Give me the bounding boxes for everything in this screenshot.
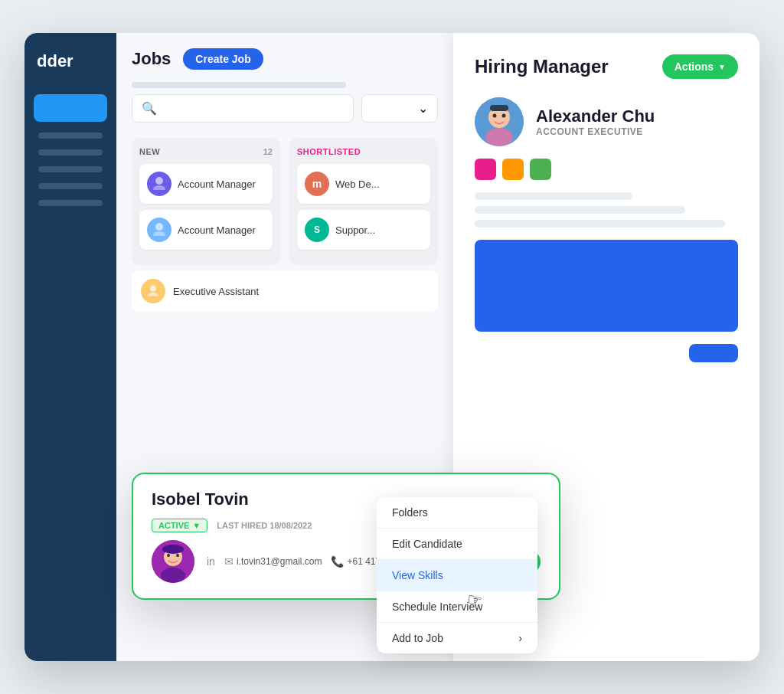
manager-info: Alexander Chu ACCOUNT EXECUTIVE — [475, 97, 738, 146]
svg-point-11 — [161, 568, 185, 583]
dropdown-item-schedule[interactable]: Schedule Interview — [377, 591, 537, 622]
search-row: 🔍 ⌄ — [132, 94, 438, 123]
sidebar: dder — [24, 33, 116, 661]
search-icon: 🔍 — [142, 101, 157, 116]
svg-point-2 — [150, 286, 156, 292]
active-badge: ACTIVE ▼ — [152, 519, 207, 532]
jobs-title: Jobs — [132, 49, 171, 69]
manager-details: Alexander Chu ACCOUNT EXECUTIVE — [536, 106, 655, 137]
svg-point-5 — [485, 128, 513, 146]
active-chevron-icon: ▼ — [192, 521, 201, 530]
dropdown-addtojob-arrow-icon: › — [518, 632, 522, 644]
color-dot-2 — [530, 159, 551, 180]
sidebar-nav-1[interactable] — [38, 133, 103, 139]
sidebar-nav-2[interactable] — [38, 149, 103, 155]
sidebar-logo: dder — [24, 33, 116, 83]
color-dot-1 — [502, 159, 524, 180]
kanban-columns: NEW 12 Account Manager Account Manager — [132, 138, 438, 265]
detail-line-2 — [475, 220, 725, 228]
email-value: i.tovin31@gmail.com — [237, 556, 322, 567]
dropdown-item-edit[interactable]: Edit Candidate — [377, 529, 537, 559]
hiring-manager-actions-button[interactable]: Actions ▼ — [662, 54, 738, 79]
job-card-3[interactable]: S Suppor... — [297, 210, 430, 250]
job-name-1: Account Manager — [178, 224, 256, 236]
job-card-0[interactable]: Account Manager — [139, 164, 273, 204]
job-name-3: Suppor... — [335, 224, 375, 236]
manager-role: ACCOUNT EXECUTIVE — [536, 126, 655, 137]
linkedin-icon: in — [207, 555, 215, 568]
kanban-col-shortlisted: SHORTLISTED m Web De... S Suppor... — [289, 138, 438, 265]
dropdown-item-addtojob[interactable]: Add to Job › — [377, 623, 537, 653]
last-hired-info: LAST HIRED 18/08/2022 — [217, 521, 312, 530]
job-avatar-0 — [147, 172, 172, 196]
actions-chevron-icon: ▼ — [718, 63, 726, 71]
col-header-new: NEW 12 — [139, 147, 273, 156]
svg-rect-8 — [490, 105, 508, 111]
color-dot-0 — [475, 159, 496, 180]
svg-point-0 — [155, 177, 163, 185]
phone-icon: 📞 — [331, 555, 344, 568]
dropdown-folders-label: Folders — [392, 506, 428, 519]
svg-point-12 — [167, 554, 170, 557]
filter-box[interactable]: ⌄ — [361, 94, 438, 123]
blue-content-box — [475, 240, 738, 332]
actions-dropdown: Folders Edit Candidate View Skills Sched… — [377, 497, 537, 653]
col-title-new: NEW — [139, 147, 160, 156]
job-card-2[interactable]: m Web De... — [297, 164, 430, 204]
col-header-shortlisted: SHORTLISTED — [297, 147, 430, 156]
detail-lines — [475, 192, 738, 228]
col-title-shortlisted: SHORTLISTED — [297, 147, 361, 156]
dropdown-viewskills-label: View Skills — [392, 569, 443, 581]
dropdown-item-viewskills[interactable]: View Skills — [377, 560, 537, 591]
candidate-photo — [152, 540, 194, 583]
color-dots — [475, 159, 738, 180]
job-avatar-3: S — [305, 218, 329, 242]
detail-line-0 — [475, 192, 632, 200]
candidate-row-extra-0[interactable]: Executive Assistant — [132, 271, 438, 311]
dropdown-item-folders[interactable]: Folders — [377, 497, 537, 528]
kanban-col-new: NEW 12 Account Manager Account Manager — [132, 138, 280, 265]
email-contact: ✉ i.tovin31@gmail.com — [224, 555, 322, 568]
actions-label: Actions — [675, 61, 714, 73]
email-icon: ✉ — [224, 555, 234, 568]
manager-name: Alexander Chu — [536, 106, 655, 126]
create-job-button[interactable]: Create Job — [183, 48, 263, 70]
linkedin-contact: in — [207, 555, 215, 568]
job-name-2: Web De... — [335, 178, 380, 190]
svg-point-1 — [155, 223, 163, 231]
search-box[interactable]: 🔍 — [132, 94, 354, 123]
job-avatar-2: m — [305, 172, 329, 196]
panel-header: Hiring Manager Actions ▼ — [475, 54, 738, 79]
chevron-down-icon: ⌄ — [418, 101, 428, 116]
placeholder-line-1 — [132, 82, 346, 88]
dropdown-addtojob-label: Add to Job — [392, 632, 443, 644]
sidebar-nav-active[interactable] — [34, 94, 107, 122]
candidate-name-extra-0: Executive Assistant — [173, 286, 259, 297]
col-count-new: 12 — [263, 147, 273, 156]
panel-action-button[interactable] — [689, 344, 738, 362]
dropdown-edit-label: Edit Candidate — [392, 538, 462, 550]
svg-point-13 — [176, 554, 179, 557]
job-avatar-1 — [147, 218, 172, 242]
active-label: ACTIVE — [158, 521, 189, 530]
panel-title: Hiring Manager — [475, 56, 609, 77]
svg-point-6 — [493, 114, 497, 118]
sidebar-nav-5[interactable] — [38, 200, 103, 206]
detail-line-1 — [475, 206, 685, 214]
svg-point-14 — [162, 545, 184, 554]
extra-rows: Executive Assistant — [132, 271, 438, 311]
job-name-0: Account Manager — [178, 178, 256, 190]
candidate-avatar-extra-0 — [141, 279, 165, 303]
sidebar-nav-4[interactable] — [38, 183, 103, 189]
sidebar-nav-3[interactable] — [38, 166, 103, 172]
svg-point-7 — [502, 114, 506, 118]
jobs-header: Jobs Create Job — [132, 48, 438, 70]
job-card-1[interactable]: Account Manager — [139, 210, 273, 250]
manager-avatar — [475, 97, 524, 146]
